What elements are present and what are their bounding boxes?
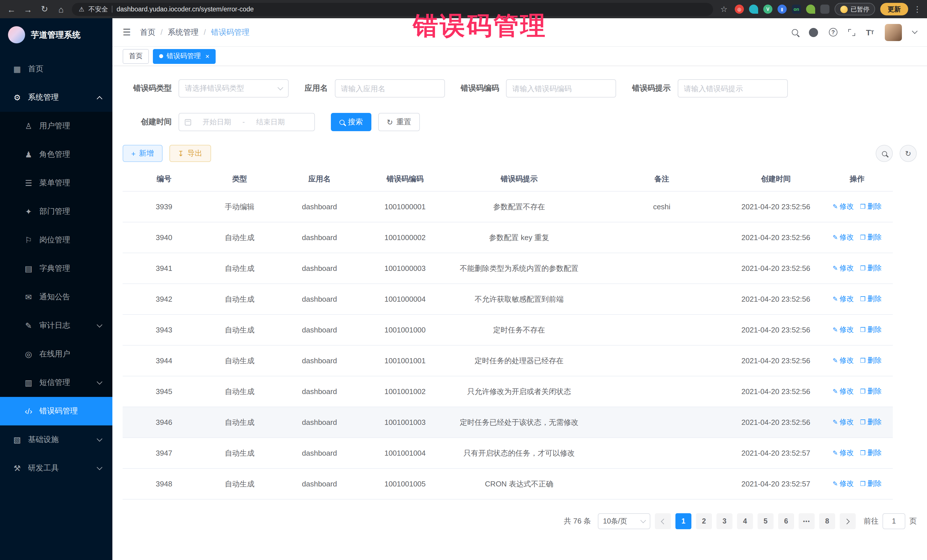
page-button-0[interactable]: 1	[675, 513, 691, 529]
edit-link[interactable]: ✎ 修改	[833, 387, 854, 396]
sidebar-item-11[interactable]: ▥ 短信管理	[0, 369, 112, 397]
cell-ops: ✎ 修改 ❒ 删除	[821, 448, 893, 458]
page-button-2[interactable]: 3	[716, 513, 732, 529]
edit-link[interactable]: ✎ 修改	[833, 479, 854, 489]
close-icon[interactable]: ×	[205, 52, 209, 60]
sidebar-item-14[interactable]: ⚒ 研发工具	[0, 454, 112, 483]
extension-drop-icon[interactable]	[749, 5, 758, 14]
app-name-input[interactable]	[341, 84, 438, 93]
extension-vue-icon[interactable]: V	[763, 5, 772, 14]
goto-page-input[interactable]	[883, 513, 905, 529]
extension-leaf-icon[interactable]	[806, 5, 815, 14]
search-icon[interactable]	[792, 29, 798, 35]
extension-on-icon[interactable]: on	[792, 5, 801, 14]
sidebar-item-4[interactable]: ☰ 菜单管理	[0, 169, 112, 197]
add-button[interactable]: + 新增	[123, 145, 162, 162]
team-icon: ♟	[24, 150, 33, 159]
cell-ops: ✎ 修改 ❒ 删除	[821, 356, 893, 366]
error-code-input[interactable]	[512, 84, 610, 93]
next-page-button[interactable]	[840, 513, 856, 529]
sidebar-item-12[interactable]: ‹/› 错误码管理	[0, 397, 112, 425]
edit-link[interactable]: ✎ 修改	[833, 264, 854, 273]
page-size-select[interactable]: 10条/页	[598, 513, 650, 529]
extension-pin-icon[interactable]	[820, 5, 830, 14]
sidebar-item-2[interactable]: ♙ 用户管理	[0, 112, 112, 140]
browser-menu-icon[interactable]: ⋮	[913, 5, 921, 14]
font-size-icon[interactable]: TT	[866, 28, 874, 37]
user-avatar[interactable]	[885, 24, 902, 41]
paused-badge[interactable]: 已暂停	[834, 3, 875, 15]
delete-link[interactable]: ❒ 删除	[860, 202, 881, 212]
prev-page-button[interactable]	[655, 513, 671, 529]
reset-button[interactable]: ↻ 重置	[378, 113, 420, 131]
cell-app: dashboard	[274, 264, 365, 273]
fullscreen-icon[interactable]	[848, 29, 855, 36]
search-button[interactable]: 搜索	[331, 113, 371, 131]
sidebar-item-13[interactable]: ▧ 基础设施	[0, 425, 112, 454]
sidebar-item-0[interactable]: ▦ 首页	[0, 55, 112, 83]
start-date-input[interactable]	[195, 118, 239, 126]
export-button[interactable]: ↧ 导出	[169, 145, 211, 162]
delete-link[interactable]: ❒ 删除	[860, 479, 881, 489]
page-button-3[interactable]: 4	[737, 513, 753, 529]
toggle-search-button[interactable]	[876, 145, 893, 162]
edit-link[interactable]: ✎ 修改	[833, 233, 854, 242]
export-label: 导出	[187, 148, 202, 159]
date-range-picker[interactable]: -	[179, 113, 315, 131]
delete-link[interactable]: ❒ 删除	[860, 325, 881, 335]
error-hint-input[interactable]	[684, 84, 781, 93]
delete-label: 删除	[868, 387, 881, 396]
tab-home[interactable]: 首页	[123, 49, 149, 64]
address-bar[interactable]: ⚠ 不安全 dashboard.yudao.iocoder.cn/system/…	[72, 3, 713, 16]
page-button-7[interactable]: 8	[819, 513, 835, 529]
error-type-select[interactable]: 请选择错误码类型	[179, 79, 289, 97]
delete-link[interactable]: ❒ 删除	[860, 233, 881, 242]
breadcrumb-system[interactable]: 系统管理	[168, 27, 199, 37]
app-logo[interactable]: 芋道管理系统	[0, 18, 112, 51]
edit-link[interactable]: ✎ 修改	[833, 202, 854, 212]
sidebar-item-7[interactable]: ▤ 字典管理	[0, 254, 112, 283]
sidebar-item-9[interactable]: ✎ 审计日志	[0, 311, 112, 340]
edit-link[interactable]: ✎ 修改	[833, 417, 854, 427]
delete-link[interactable]: ❒ 删除	[860, 448, 881, 458]
end-date-input[interactable]	[248, 118, 293, 126]
forward-icon[interactable]: →	[22, 4, 33, 14]
page-button-5[interactable]: 6	[778, 513, 794, 529]
edit-link[interactable]: ✎ 修改	[833, 448, 854, 458]
breadcrumb-home[interactable]: 首页	[140, 27, 155, 37]
refresh-table-button[interactable]: ↻	[900, 145, 917, 162]
page-button-1[interactable]: 2	[696, 513, 712, 529]
cell-message: CRON 表达式不正确	[445, 479, 593, 489]
delete-link[interactable]: ❒ 删除	[860, 417, 881, 427]
sidebar-item-3[interactable]: ♟ 角色管理	[0, 140, 112, 169]
bookmark-star-icon[interactable]: ☆	[718, 5, 729, 14]
delete-link[interactable]: ❒ 删除	[860, 356, 881, 366]
sidebar-item-1[interactable]: ⚙ 系统管理	[0, 83, 112, 112]
back-icon[interactable]: ←	[6, 4, 17, 14]
tab-error-code[interactable]: 错误码管理 ×	[153, 49, 216, 64]
extension-chart-icon[interactable]: ▮	[778, 5, 787, 14]
delete-link[interactable]: ❒ 删除	[860, 387, 881, 396]
page-button-6[interactable]: •••	[799, 513, 815, 529]
edit-link[interactable]: ✎ 修改	[833, 356, 854, 366]
home-icon[interactable]: ⌂	[55, 4, 67, 14]
hamburger-icon[interactable]: ☰	[123, 27, 131, 38]
reload-icon[interactable]: ↻	[39, 4, 50, 14]
reset-label: 重置	[397, 117, 411, 127]
table-row: 3947 自动生成 dashboard 1001001004 只有开启状态的任务…	[123, 438, 893, 469]
help-icon[interactable]: ?	[829, 28, 837, 36]
github-icon[interactable]	[809, 28, 818, 37]
chevron-down-icon[interactable]	[912, 28, 918, 34]
page-button-4[interactable]: 5	[758, 513, 774, 529]
sidebar-item-10[interactable]: ◎ 在线用户	[0, 340, 112, 369]
update-button[interactable]: 更新	[880, 3, 908, 15]
delete-link[interactable]: ❒ 删除	[860, 264, 881, 273]
edit-link[interactable]: ✎ 修改	[833, 294, 854, 304]
extension-target-icon[interactable]: ◎	[735, 5, 744, 14]
delete-link[interactable]: ❒ 删除	[860, 294, 881, 304]
edit-link[interactable]: ✎ 修改	[833, 325, 854, 335]
table-toolbar: + 新增 ↧ 导出 ↻	[123, 145, 917, 162]
sidebar-item-5[interactable]: ✦ 部门管理	[0, 197, 112, 226]
sidebar-item-8[interactable]: ✉ 通知公告	[0, 283, 112, 311]
sidebar-item-6[interactable]: ⚐ 岗位管理	[0, 226, 112, 254]
